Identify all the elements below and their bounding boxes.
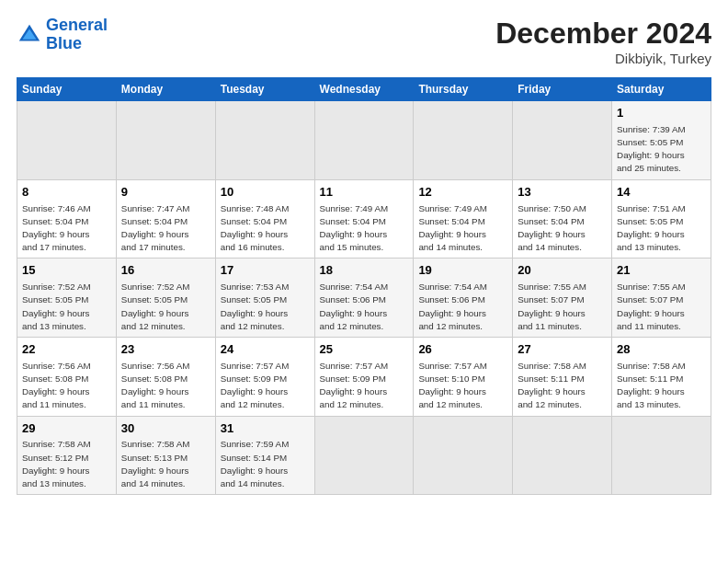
day-info: Sunrise: 7:58 AMSunset: 5:12 PMDaylight:… — [22, 438, 111, 490]
calendar-cell — [414, 101, 513, 180]
logo: General Blue — [17, 17, 108, 53]
weekday-header-row: SundayMondayTuesdayWednesdayThursdayFrid… — [17, 78, 711, 101]
calendar-cell: 24Sunrise: 7:57 AMSunset: 5:09 PMDayligh… — [215, 337, 314, 416]
calendar-cell — [314, 101, 414, 180]
day-info: Sunrise: 7:54 AMSunset: 5:06 PMDaylight:… — [418, 281, 507, 333]
day-number: 20 — [518, 262, 607, 280]
day-number: 10 — [221, 184, 310, 201]
day-number: 29 — [22, 420, 111, 438]
weekday-friday: Friday — [513, 78, 612, 101]
day-number: 22 — [22, 341, 111, 359]
calendar-cell — [17, 101, 117, 180]
weekday-saturday: Saturday — [612, 78, 711, 101]
calendar-cell: 10Sunrise: 7:48 AMSunset: 5:04 PMDayligh… — [215, 179, 314, 259]
day-info: Sunrise: 7:47 AMSunset: 5:04 PMDaylight:… — [121, 202, 210, 255]
calendar-cell — [612, 416, 711, 495]
calendar-cell — [314, 416, 414, 495]
logo-text-general: General — [46, 17, 108, 35]
weekday-monday: Monday — [116, 78, 215, 101]
title-block: December 2024 Dikbiyik, Turkey — [495, 17, 711, 66]
day-number: 12 — [418, 184, 507, 201]
day-number: 27 — [518, 341, 607, 359]
calendar-cell: 20Sunrise: 7:55 AMSunset: 5:07 PMDayligh… — [513, 259, 612, 338]
calendar-cell: 25Sunrise: 7:57 AMSunset: 5:09 PMDayligh… — [314, 337, 414, 416]
calendar-cell: 23Sunrise: 7:56 AMSunset: 5:08 PMDayligh… — [116, 337, 215, 416]
day-info: Sunrise: 7:50 AMSunset: 5:04 PMDaylight:… — [518, 202, 607, 255]
calendar-cell: 17Sunrise: 7:53 AMSunset: 5:05 PMDayligh… — [215, 259, 314, 338]
day-info: Sunrise: 7:53 AMSunset: 5:05 PMDaylight:… — [221, 281, 310, 333]
day-info: Sunrise: 7:58 AMSunset: 5:11 PMDaylight:… — [518, 360, 607, 412]
calendar-cell: 27Sunrise: 7:58 AMSunset: 5:11 PMDayligh… — [513, 337, 612, 416]
calendar-cell: 11Sunrise: 7:49 AMSunset: 5:04 PMDayligh… — [314, 179, 414, 259]
calendar-cell: 1Sunrise: 7:39 AMSunset: 5:05 PMDaylight… — [612, 101, 711, 180]
day-info: Sunrise: 7:49 AMSunset: 5:04 PMDaylight:… — [418, 202, 507, 255]
calendar-cell: 31Sunrise: 7:59 AMSunset: 5:14 PMDayligh… — [215, 416, 314, 495]
calendar-cell: 21Sunrise: 7:55 AMSunset: 5:07 PMDayligh… — [612, 259, 711, 338]
weekday-tuesday: Tuesday — [215, 78, 314, 101]
day-info: Sunrise: 7:55 AMSunset: 5:07 PMDaylight:… — [518, 281, 607, 333]
week-row-1: 1Sunrise: 7:39 AMSunset: 5:05 PMDaylight… — [17, 101, 711, 180]
day-info: Sunrise: 7:49 AMSunset: 5:04 PMDaylight:… — [320, 202, 409, 255]
calendar-cell — [116, 101, 215, 180]
logo-icon — [17, 22, 42, 48]
calendar-cell: 8Sunrise: 7:46 AMSunset: 5:04 PMDaylight… — [17, 179, 117, 259]
calendar-cell — [513, 416, 612, 495]
day-info: Sunrise: 7:39 AMSunset: 5:05 PMDaylight:… — [617, 123, 706, 176]
day-info: Sunrise: 7:59 AMSunset: 5:14 PMDaylight:… — [221, 438, 310, 490]
day-info: Sunrise: 7:51 AMSunset: 5:05 PMDaylight:… — [617, 202, 706, 255]
calendar-cell: 26Sunrise: 7:57 AMSunset: 5:10 PMDayligh… — [414, 337, 513, 416]
calendar-cell: 13Sunrise: 7:50 AMSunset: 5:04 PMDayligh… — [513, 179, 612, 259]
calendar-cell: 28Sunrise: 7:58 AMSunset: 5:11 PMDayligh… — [612, 337, 711, 416]
calendar-cell: 19Sunrise: 7:54 AMSunset: 5:06 PMDayligh… — [414, 259, 513, 338]
week-row-3: 15Sunrise: 7:52 AMSunset: 5:05 PMDayligh… — [17, 259, 711, 338]
calendar-cell: 16Sunrise: 7:52 AMSunset: 5:05 PMDayligh… — [116, 259, 215, 338]
calendar-table: SundayMondayTuesdayWednesdayThursdayFrid… — [17, 77, 711, 495]
day-number: 1 — [617, 105, 706, 122]
day-number: 19 — [418, 262, 507, 280]
day-number: 13 — [518, 184, 607, 201]
month-title: December 2024 — [495, 17, 711, 51]
calendar-cell: 22Sunrise: 7:56 AMSunset: 5:08 PMDayligh… — [17, 337, 117, 416]
logo-text-blue: Blue — [46, 35, 108, 53]
calendar-cell — [513, 101, 612, 180]
weekday-sunday: Sunday — [17, 78, 117, 101]
day-info: Sunrise: 7:46 AMSunset: 5:04 PMDaylight:… — [22, 202, 111, 255]
day-number: 28 — [617, 341, 706, 359]
day-info: Sunrise: 7:54 AMSunset: 5:06 PMDaylight:… — [320, 281, 409, 333]
day-info: Sunrise: 7:52 AMSunset: 5:05 PMDaylight:… — [121, 281, 210, 333]
location: Dikbiyik, Turkey — [495, 51, 711, 66]
day-number: 8 — [22, 184, 111, 201]
calendar-cell: 30Sunrise: 7:58 AMSunset: 5:13 PMDayligh… — [116, 416, 215, 495]
day-info: Sunrise: 7:57 AMSunset: 5:10 PMDaylight:… — [418, 360, 507, 412]
day-info: Sunrise: 7:58 AMSunset: 5:13 PMDaylight:… — [121, 438, 210, 490]
day-number: 9 — [121, 184, 210, 201]
day-number: 23 — [121, 341, 210, 359]
header: General Blue December 2024 Dikbiyik, Tur… — [17, 17, 711, 66]
calendar-cell: 29Sunrise: 7:58 AMSunset: 5:12 PMDayligh… — [17, 416, 117, 495]
calendar-cell: 9Sunrise: 7:47 AMSunset: 5:04 PMDaylight… — [116, 179, 215, 259]
day-info: Sunrise: 7:57 AMSunset: 5:09 PMDaylight:… — [221, 360, 310, 412]
day-info: Sunrise: 7:56 AMSunset: 5:08 PMDaylight:… — [121, 360, 210, 412]
day-info: Sunrise: 7:48 AMSunset: 5:04 PMDaylight:… — [221, 202, 310, 255]
day-number: 11 — [320, 184, 409, 201]
day-number: 24 — [221, 341, 310, 359]
calendar-cell — [414, 416, 513, 495]
day-info: Sunrise: 7:57 AMSunset: 5:09 PMDaylight:… — [320, 360, 409, 412]
day-number: 25 — [320, 341, 409, 359]
week-row-4: 22Sunrise: 7:56 AMSunset: 5:08 PMDayligh… — [17, 337, 711, 416]
week-row-2: 8Sunrise: 7:46 AMSunset: 5:04 PMDaylight… — [17, 179, 711, 259]
day-info: Sunrise: 7:56 AMSunset: 5:08 PMDaylight:… — [22, 360, 111, 412]
day-number: 18 — [320, 262, 409, 280]
weekday-thursday: Thursday — [414, 78, 513, 101]
day-number: 30 — [121, 420, 210, 438]
calendar-cell: 12Sunrise: 7:49 AMSunset: 5:04 PMDayligh… — [414, 179, 513, 259]
day-number: 21 — [617, 262, 706, 280]
day-number: 17 — [221, 262, 310, 280]
day-info: Sunrise: 7:58 AMSunset: 5:11 PMDaylight:… — [617, 360, 706, 412]
calendar-cell: 14Sunrise: 7:51 AMSunset: 5:05 PMDayligh… — [612, 179, 711, 259]
main-container: General Blue December 2024 Dikbiyik, Tur… — [0, 0, 728, 504]
day-info: Sunrise: 7:52 AMSunset: 5:05 PMDaylight:… — [22, 281, 111, 333]
day-number: 15 — [22, 262, 111, 280]
calendar-cell: 15Sunrise: 7:52 AMSunset: 5:05 PMDayligh… — [17, 259, 117, 338]
weekday-wednesday: Wednesday — [314, 78, 414, 101]
